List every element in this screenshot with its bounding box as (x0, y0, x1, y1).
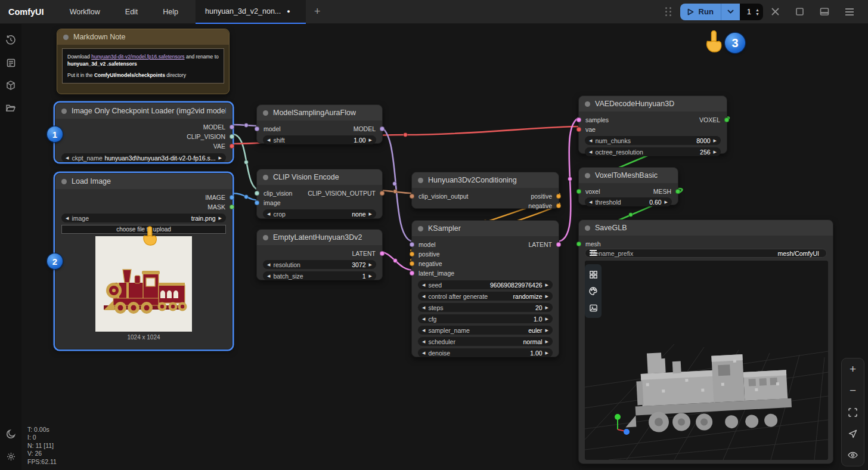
next-arrow-icon[interactable]: ▶ (219, 156, 222, 160)
collapse-dot[interactable] (263, 235, 268, 240)
viewport-image-icon[interactable] (585, 299, 602, 316)
collapse-dot[interactable] (585, 101, 590, 107)
image-input-port[interactable] (255, 200, 259, 205)
main-menu-icon[interactable] (837, 8, 862, 16)
next-arrow-icon[interactable]: ▶ (545, 317, 548, 321)
prev-arrow-icon[interactable]: ◀ (66, 156, 69, 160)
prev-arrow-icon[interactable]: ◀ (267, 262, 270, 267)
clip-vision-output-port[interactable] (230, 134, 234, 139)
resolution-widget[interactable]: ◀ resolution 3072 ▶ (263, 260, 376, 269)
zoom-in-button[interactable]: + (841, 359, 864, 379)
latent-output-port[interactable] (556, 242, 561, 247)
node-voxel-to-mesh-basic[interactable]: VoxelToMeshBasic voxel MESH ◀threshold0.… (578, 167, 678, 205)
next-arrow-icon[interactable]: ▶ (369, 274, 372, 279)
menu-workflow[interactable]: Workflow (57, 0, 113, 24)
collapse-dot[interactable] (585, 173, 590, 178)
collapse-dot[interactable] (585, 225, 590, 231)
next-arrow-icon[interactable]: ▶ (545, 351, 548, 355)
toggle-visibility-eye-button[interactable] (841, 445, 864, 465)
model-input-port[interactable] (255, 126, 259, 131)
clear-queue-icon[interactable] (788, 7, 812, 16)
node-model-sampling-auraflow[interactable]: ModelSamplingAuraFlow model MODEL ◀ shif… (256, 104, 383, 144)
workflow-tab[interactable]: hunyuan_3d_v2_non... ● (196, 0, 306, 24)
prev-arrow-icon[interactable]: ◀ (66, 216, 69, 221)
next-arrow-icon[interactable]: ▶ (545, 283, 548, 287)
clip-vision-input-port[interactable] (255, 191, 259, 196)
drag-handle-icon[interactable] (665, 7, 672, 16)
node-header[interactable]: Load Image (55, 174, 232, 189)
num-chunks-widget[interactable]: ◀num_chunks8000▶ (585, 136, 721, 145)
filename-prefix-widget[interactable]: filename_prefix mesh/ComfyUI (585, 249, 827, 258)
bottom-panel-icon[interactable] (812, 7, 837, 16)
prev-arrow-icon[interactable]: ◀ (422, 283, 425, 287)
threshold-widget[interactable]: ◀threshold0.60▶ (585, 197, 672, 206)
workflows-folder-icon[interactable] (0, 97, 21, 119)
node-vae-decode-hunyuan3d[interactable]: VAEDecodeHunyuan3D samples VOXEL vae ◀nu… (578, 95, 727, 154)
viewport-grid-icon[interactable] (585, 266, 602, 283)
samples-input-port[interactable] (576, 117, 581, 122)
negative-output-port[interactable] (556, 203, 561, 208)
node-markdown-note[interactable]: Markdown Note Download hunyuan3d-dit-v2/… (57, 29, 230, 94)
fit-view-button[interactable] (841, 402, 864, 422)
prev-arrow-icon[interactable]: ◀ (267, 274, 270, 279)
vae-output-port[interactable] (230, 144, 234, 149)
node-empty-latent-hunyuan3dv2[interactable]: EmptyLatentHunyuan3Dv2 LATENT ◀ resoluti… (256, 229, 383, 280)
collapse-dot[interactable] (263, 175, 268, 180)
collapse-dot[interactable] (418, 178, 423, 183)
node-hunyuan3dv2-conditioning[interactable]: Hunyuan3Dv2Conditioning clip_vision_outp… (411, 172, 559, 209)
node-graph-canvas[interactable]: Markdown Note Download hunyuan3d-dit-v2/… (0, 0, 868, 470)
control-after-generate-widget[interactable]: ◀control after generaterandomize▶ (418, 292, 553, 301)
next-arrow-icon[interactable]: ▶ (714, 138, 717, 143)
model-library-cube-icon[interactable] (0, 74, 21, 97)
mesh-3d-viewport[interactable] (585, 261, 828, 460)
node-save-glb[interactable]: SaveGLB mesh filename_prefix mesh/ComfyU… (578, 219, 833, 464)
next-arrow-icon[interactable]: ▶ (545, 328, 548, 333)
steps-widget[interactable]: ◀steps20▶ (418, 303, 553, 312)
shift-widget[interactable]: ◀ shift 1.00 ▶ (263, 135, 376, 144)
viewport-palette-icon[interactable] (585, 283, 602, 299)
collapse-dot[interactable] (418, 226, 423, 231)
prev-arrow-icon[interactable]: ◀ (422, 339, 425, 344)
menu-edit[interactable]: Edit (113, 0, 151, 24)
node-ksampler[interactable]: KSampler model LATENT positive negative … (411, 220, 559, 357)
next-arrow-icon[interactable]: ▶ (369, 138, 372, 143)
prev-arrow-icon[interactable]: ◀ (422, 351, 425, 355)
run-button[interactable]: Run (680, 4, 721, 20)
vae-input-port[interactable] (576, 127, 581, 132)
node-checkpoint-loader[interactable]: Image Only Checkpoint Loader (img2vid mo… (55, 103, 232, 162)
model-output-port[interactable] (380, 126, 385, 131)
node-header[interactable]: Image Only Checkpoint Loader (img2vid mo… (55, 103, 232, 119)
next-arrow-icon[interactable]: ▶ (219, 216, 222, 221)
node-library-icon[interactable] (0, 51, 21, 74)
clip-vision-output-port[interactable] (380, 191, 385, 196)
image-select-widget[interactable]: ◀ image train.png ▶ (61, 214, 226, 222)
collapse-dot[interactable] (63, 35, 69, 40)
settings-gear-icon[interactable] (0, 445, 21, 468)
scheduler-widget[interactable]: ◀schedulernormal▶ (418, 337, 553, 346)
denoise-widget[interactable]: ◀denoise1.00▶ (418, 348, 553, 357)
prev-arrow-icon[interactable]: ◀ (589, 150, 592, 154)
mask-output-port[interactable] (230, 205, 234, 209)
zoom-out-button[interactable]: − (841, 381, 864, 401)
prev-arrow-icon[interactable]: ◀ (422, 328, 425, 333)
prev-arrow-icon[interactable]: ◀ (589, 200, 592, 205)
next-arrow-icon[interactable]: ▶ (369, 212, 372, 217)
ckpt-name-widget[interactable]: ◀ ckpt_name hunyuan3d\hunyuan3d-dit-v2-0… (61, 153, 226, 162)
clip-vision-output-input-port[interactable] (410, 194, 414, 199)
next-arrow-icon[interactable]: ▶ (714, 150, 717, 154)
positive-output-port[interactable] (556, 194, 561, 199)
theme-moon-icon[interactable] (0, 422, 21, 445)
prev-arrow-icon[interactable]: ◀ (422, 317, 425, 321)
image-output-port[interactable] (230, 195, 234, 200)
prev-arrow-icon[interactable]: ◀ (422, 305, 425, 310)
run-options-button[interactable] (721, 4, 740, 20)
note-link[interactable]: hunyuan3d-dit-v2/model.fp16.safetensors (91, 54, 184, 60)
collapse-dot[interactable] (61, 179, 67, 184)
positive-input-port[interactable] (410, 252, 414, 256)
latent-output-port[interactable] (380, 251, 385, 256)
prev-arrow-icon[interactable]: ◀ (267, 212, 270, 217)
prev-arrow-icon[interactable]: ◀ (589, 138, 592, 143)
menu-help[interactable]: Help (150, 0, 191, 24)
cfg-widget[interactable]: ◀cfg1.0▶ (418, 314, 553, 323)
next-arrow-icon[interactable]: ▶ (369, 262, 372, 267)
